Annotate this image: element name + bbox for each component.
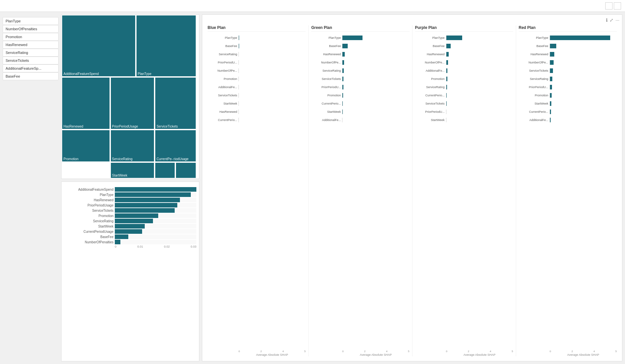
zero-line [238, 101, 239, 106]
nav-forward-button[interactable] [614, 2, 621, 10]
more-icon[interactable]: ··· [615, 17, 619, 23]
plan-bar-area [342, 93, 409, 98]
feature-bar [115, 219, 153, 223]
plan-row: ServiceTickets [311, 75, 409, 83]
treemap-cell: ServiceRating [110, 130, 155, 162]
plan-x-label: Average Absolute SHAP [208, 353, 306, 356]
plan-bar-area [238, 101, 306, 106]
treemap-cell: HasRenewed [62, 77, 110, 129]
feature-x-tick: 0.03 [190, 245, 196, 248]
plan-x-axis: 0245 [519, 350, 617, 353]
shap-panel-header: ℹ ⤢ ··· [205, 17, 619, 23]
plan-row-label: ServiceRating [208, 53, 237, 56]
treemap-cell-label: ServiceRating [112, 157, 133, 161]
plan-row-label: AdditionalFe... [208, 85, 237, 89]
plan-row-label: AdditionalFe... [519, 118, 548, 122]
plan-row-label: ServiceTickets [519, 69, 548, 72]
plan-row-label: PriorPeriodU... [311, 85, 341, 89]
treemap-cell-label: PriorPeriodUsage [112, 125, 138, 128]
feature-row: NumberOfPenalties [71, 240, 196, 244]
feature-row: AdditionalFeatureSpend [71, 187, 196, 192]
zero-line [446, 77, 446, 81]
plan-row: HasRenewed [311, 51, 409, 58]
plan-row-label: HasRenewed [519, 53, 548, 56]
plan-row: HasRenewed [415, 51, 513, 58]
plan-row-label: BaseFee [311, 44, 341, 48]
feature-row: BaseFee [71, 234, 196, 239]
treemap-cell-label: CurrentPe- riodUsage [157, 157, 188, 161]
plan-row: PlanType [519, 34, 617, 41]
plan-x-tick: 2 [468, 350, 469, 353]
plan-bar-area [550, 52, 617, 57]
plan-bar [550, 85, 552, 89]
treemap-cell: AdditionalFeatureSpend [62, 15, 136, 77]
plan-row: BaseFee [208, 42, 306, 50]
sidebar-item-numpenalties[interactable]: NumberOfPenalties [3, 25, 59, 33]
plan-row-label: PlanType [311, 36, 341, 39]
plan-row-label: BaseFee [415, 44, 445, 48]
plan-row-label: PriorPeriodU... [415, 110, 445, 113]
feature-row: CurrentPeriodUsage [71, 229, 196, 234]
plan-row-label: CurrentPerio... [519, 110, 548, 113]
sidebar: PlanTypeNumberOfPenaltiesPromotionHasRen… [3, 14, 59, 361]
sidebar-item-plantype[interactable]: PlanType [3, 17, 59, 25]
plan-x-tick: 4 [490, 350, 491, 353]
plan-bar-area [238, 36, 306, 40]
sidebar-item-servicerating[interactable]: ServiceRating [3, 49, 59, 57]
treemap-cell: PriorPeriodUsage [110, 77, 155, 129]
feature-bar [115, 187, 196, 192]
feature-row-label: StartWeek [71, 225, 113, 228]
plan-x-tick: 0 [238, 350, 240, 353]
plan-bar [550, 44, 556, 48]
feature-row: StartWeek [71, 224, 196, 229]
plan-bar-area [446, 36, 513, 40]
plan-x-tick: 0 [550, 350, 551, 353]
plan-bar-area [550, 60, 617, 65]
feature-bar [115, 229, 142, 234]
plan-row: PlanType [415, 34, 513, 41]
plan-x-label: Average Absolute SHAP [519, 353, 617, 356]
plan-row: BaseFee [311, 42, 409, 50]
plan-title: Purple Plan [415, 25, 513, 32]
feature-row: ServiceRating [71, 219, 196, 223]
plan-row: BaseFee [415, 42, 513, 50]
plan-bar-area [446, 44, 513, 48]
treemap-cell [175, 162, 196, 179]
nav-back-button[interactable] [605, 2, 612, 10]
plan-x-tick: 5 [512, 350, 513, 353]
sidebar-item-servicetickets[interactable]: ServiceTickets [3, 57, 59, 64]
plan-row-label: PriorPeriodU... [519, 85, 548, 89]
zero-line [342, 68, 342, 73]
sidebar-item-promotion[interactable]: Promotion [3, 33, 59, 41]
sidebar-item-hasrenewed[interactable]: HasRenewed [3, 41, 59, 49]
plan-bar [342, 36, 362, 40]
plan-x-tick: 4 [386, 350, 387, 353]
zero-line [342, 101, 342, 106]
feature-bar-container [115, 240, 196, 244]
feature-bar-container [115, 208, 196, 213]
plan-bar-area [446, 52, 513, 57]
sidebar-item-basefee[interactable]: BaseFee [3, 72, 59, 80]
plan-row-label: Promotion [208, 77, 237, 81]
plan-row-label: StartWeek [519, 102, 548, 105]
info-icon[interactable]: ℹ [606, 17, 608, 23]
plan-row: Promotion [519, 92, 617, 99]
plan-bar-area [446, 60, 513, 65]
plan-bar-area [342, 101, 409, 106]
plan-row-label: BaseFee [519, 44, 548, 48]
plan-bar-area [342, 52, 409, 57]
sidebar-item-additionalfeature[interactable]: AdditionalFeatureSp... [3, 64, 59, 72]
plan-row: Promotion [311, 92, 409, 99]
zero-line [550, 118, 550, 122]
zero-line [342, 52, 342, 57]
plan-bar-area [446, 77, 513, 81]
plan-bar-area [238, 93, 306, 98]
plan-bar-area [446, 85, 513, 89]
zero-line [238, 44, 239, 48]
treemap-cell-label: Promotion [63, 157, 79, 161]
sidebar-items: PlanTypeNumberOfPenaltiesPromotionHasRen… [3, 17, 59, 80]
plan-row: Promotion [415, 75, 513, 83]
plan-bar-area [550, 85, 617, 89]
feature-x-tick: 0 [115, 245, 116, 248]
expand-icon[interactable]: ⤢ [610, 17, 613, 23]
